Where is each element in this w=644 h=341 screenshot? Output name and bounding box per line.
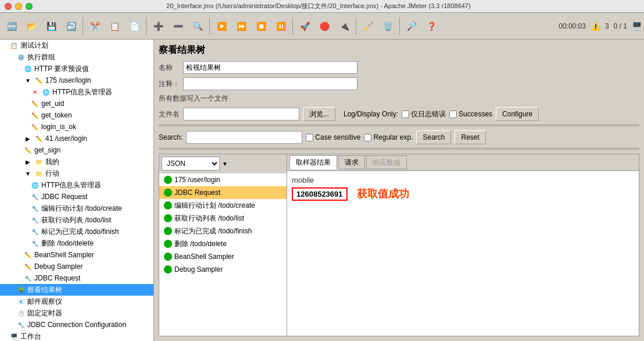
add-btn[interactable]: ➕ — [149, 17, 167, 35]
comment-input[interactable] — [183, 77, 357, 90]
sidebar-item-workspace[interactable]: 🖥️ 工作台 — [0, 331, 153, 341]
regular-exp-label[interactable]: Regular exp. — [364, 133, 413, 141]
cut-btn[interactable]: ✂️ — [85, 17, 104, 35]
view-results-tree-icon: 🌳 — [16, 285, 26, 294]
tree-item-edit-todo-create[interactable]: 编辑行动计划 /todo/create — [159, 199, 287, 212]
login-ok-icon: ✏️ — [30, 122, 40, 132]
sidebar-item-edit-todo-create[interactable]: 🔧 编辑行动计划 /todo/create — [0, 203, 153, 214]
sidebar-item-http-header2[interactable]: 🌐 HTTP信息头管理器 — [0, 179, 153, 191]
get-uid-icon: ✏️ — [30, 99, 40, 108]
sidebar-item-my[interactable]: ▶ 📁 我的 — [0, 156, 153, 168]
search-btn[interactable]: Search — [416, 130, 451, 144]
action-expand-icon: ▼ — [23, 169, 33, 178]
regular-exp-checkbox[interactable] — [364, 134, 371, 141]
sidebar-item-get-token[interactable]: ✏️ get_token — [0, 109, 153, 121]
tree-item-get-todo-list[interactable]: 获取行动列表 /todo/list — [159, 212, 287, 225]
sidebar-item-175-login[interactable]: ▼ ✏️ 175 /user/login — [0, 74, 153, 86]
help-btn[interactable]: ❓ — [422, 17, 441, 35]
sidebar-item-delete-todo[interactable]: 🔧 删除 /todo/delete — [0, 237, 153, 249]
41-login-expand-icon: ▶ — [23, 134, 33, 143]
sidebar-item-fixed-timer[interactable]: ⏱️ 固定定时器 — [0, 307, 153, 319]
name-input[interactable] — [183, 61, 357, 74]
shutdown-btn[interactable]: ⏸️ — [271, 17, 290, 35]
remote-start-btn[interactable]: 🚀 — [295, 17, 314, 35]
request-counter: 0 / 1 — [614, 22, 627, 30]
start-btn[interactable]: ▶️ — [212, 17, 231, 35]
save-btn[interactable]: 💾 — [42, 17, 60, 35]
175-login-icon: ▼ — [23, 76, 33, 85]
tree-item-beanshell[interactable]: BeanShell Sampler — [159, 250, 287, 263]
sep6 — [399, 17, 400, 35]
sidebar-label-beanshell: BeanShell Sampler — [34, 251, 94, 259]
sep4 — [292, 17, 293, 35]
reset-btn[interactable]: Reset — [455, 130, 485, 144]
new-btn[interactable]: 🆕 — [2, 17, 21, 35]
result-field-label: mobile — [292, 176, 634, 184]
result-panel: 取样器结果 请求 响应数据 mobile 12608523691 获取值成功 — [287, 154, 639, 336]
beanshell-icon: ✏️ — [23, 250, 33, 260]
successes-checkbox[interactable] — [449, 111, 457, 118]
sidebar-item-41-login[interactable]: ▶ ✏️ 41 /user/login — [0, 133, 153, 144]
sidebar-item-jdbc-request[interactable]: 🔧 JDBC Request — [0, 191, 153, 203]
sidebar-item-exec-group[interactable]: ⚙️ 执行群组 — [0, 51, 153, 63]
search-tree-btn[interactable]: 🔎 — [402, 17, 421, 35]
stop-btn[interactable]: ⏹️ — [252, 17, 270, 35]
sidebar-item-get-todo-list[interactable]: 🔧 获取行动列表 /todo/list — [0, 214, 153, 226]
browse-btn[interactable]: 🔍 — [188, 17, 207, 35]
format-selector[interactable]: JSON — [162, 157, 220, 170]
remote-exit-btn[interactable]: 🔌 — [335, 17, 353, 35]
sidebar-label-action: 行动 — [45, 169, 59, 179]
tree-item-175-login[interactable]: 175 /user/login — [159, 173, 287, 186]
tab-response[interactable]: 响应数据 — [366, 155, 407, 169]
sidebar-label-http-header2: HTTP信息头管理器 — [41, 180, 101, 190]
configure-btn[interactable]: Configure — [496, 107, 539, 121]
revert-btn[interactable]: ↩️ — [62, 17, 80, 35]
copy-btn[interactable]: 📋 — [105, 17, 124, 35]
maximize-button[interactable] — [26, 3, 33, 10]
tree-item-mark-todo-finish[interactable]: 标记为已完成 /todo/finish — [159, 225, 287, 237]
sidebar-label-debug-sampler: Debug Sampler — [34, 262, 83, 271]
sidebar-item-jdbc-connection[interactable]: 🔧 JDBC Connection Configuration — [0, 319, 153, 331]
browse-file-btn[interactable]: 浏览... — [303, 107, 335, 121]
jdbc-request-icon: 🔧 — [30, 192, 40, 201]
sidebar-item-debug-sampler[interactable]: ✏️ Debug Sampler — [0, 261, 153, 272]
remote-stop-btn[interactable]: 🛑 — [315, 17, 334, 35]
successes-checkbox-label[interactable]: Successes — [449, 110, 492, 118]
sidebar-item-http-header[interactable]: ✕ 🌐 HTTP信息头管理器 — [0, 86, 153, 98]
sidebar-item-mark-todo-finish[interactable]: 🔧 标记为已完成 /todo/finish — [0, 226, 153, 237]
tab-sampler-result[interactable]: 取样器结果 — [289, 155, 337, 169]
tree-label-delete-todo: 删除 /todo/delete — [174, 239, 227, 249]
minimize-button[interactable] — [15, 3, 22, 10]
sidebar-item-mail-observer[interactable]: 📧 邮件观察仪 — [0, 296, 153, 307]
sidebar-item-jdbc-request2[interactable]: 🔧 JDBC Request — [0, 272, 153, 284]
case-sensitive-checkbox[interactable] — [306, 134, 313, 141]
open-btn[interactable]: 📂 — [22, 17, 41, 35]
case-sensitive-label[interactable]: Case sensitive — [306, 133, 360, 141]
sidebar-item-beanshell[interactable]: ✏️ BeanShell Sampler — [0, 249, 153, 261]
tree-item-jdbc-request[interactable]: JDBC Request — [159, 186, 287, 199]
dropdown-arrow-icon: ▼ — [222, 161, 228, 167]
paste-btn[interactable]: 📄 — [125, 17, 144, 35]
sidebar-item-get-uid[interactable]: ✏️ get_uid — [0, 98, 153, 109]
tree-item-debug-sampler[interactable]: Debug Sampler — [159, 263, 287, 276]
action-folder-icon: 📁 — [34, 169, 44, 178]
remove-btn[interactable]: ➖ — [169, 17, 187, 35]
tree-item-delete-todo[interactable]: 删除 /todo/delete — [159, 237, 287, 250]
sidebar-item-test-plan[interactable]: 📋 测试计划 — [0, 40, 153, 51]
errors-only-checkbox[interactable] — [402, 111, 409, 118]
clear-btn[interactable]: 🧹 — [359, 17, 377, 35]
errors-only-checkbox-label[interactable]: 仅日志错误 — [402, 109, 446, 119]
debug-sampler-icon: ✏️ — [23, 262, 33, 271]
clear-all-btn[interactable]: 🗑️ — [378, 17, 397, 35]
search-input[interactable] — [186, 131, 302, 144]
start-no-pause-btn[interactable]: ⏩ — [232, 17, 251, 35]
tab-request[interactable]: 请求 — [338, 155, 365, 169]
sidebar-item-http-default[interactable]: 🌐 HTTP 要求预设值 — [0, 63, 153, 74]
test-plan-icon: 📋 — [9, 41, 19, 50]
close-button[interactable] — [5, 3, 12, 10]
filename-input[interactable] — [183, 108, 299, 120]
sidebar-item-view-results-tree[interactable]: 🌳 察看结果树 — [0, 284, 153, 296]
sidebar-item-action[interactable]: ▼ 📁 行动 — [0, 168, 153, 179]
sidebar-item-get-sign[interactable]: ✏️ get_sign — [0, 144, 153, 156]
sidebar-item-login-ok[interactable]: ✏️ login_is_ok — [0, 121, 153, 133]
